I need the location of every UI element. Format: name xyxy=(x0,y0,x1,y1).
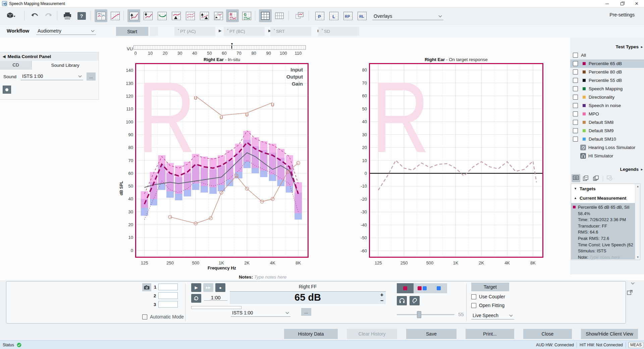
legends-scrollbar[interactable]: ▲ ▼ xyxy=(635,184,640,260)
legend-copy-button[interactable] xyxy=(582,174,590,182)
slider-thumb[interactable] xyxy=(417,311,421,318)
overlay-compare-button[interactable] xyxy=(293,9,306,22)
workflow-step-pt-ac[interactable]: *PT (AC) xyxy=(174,27,215,36)
monitor-volume-slider[interactable] xyxy=(397,314,454,315)
chart-output-down-button[interactable] xyxy=(142,9,154,22)
checkbox[interactable] xyxy=(573,111,578,116)
legend-group-current[interactable]: ▲Current Measurement xyxy=(571,193,640,203)
media-panel-header[interactable]: ◀ Media Control Panel xyxy=(0,52,99,61)
stimulus-browse-button[interactable]: ... xyxy=(301,308,311,316)
checkbox[interactable] xyxy=(573,61,578,66)
test-type-default-sm8[interactable]: Default SM8 xyxy=(570,118,644,127)
legend-gain[interactable]: Gain xyxy=(286,80,303,87)
show-hide-client-view-button[interactable]: Show/Hide Client View xyxy=(581,329,638,339)
grid-small-button[interactable] xyxy=(273,9,286,22)
chart-percentiles-button[interactable] xyxy=(184,9,197,22)
checkbox[interactable] xyxy=(471,294,476,299)
workflow-step-srt[interactable]: *SRT xyxy=(270,27,311,36)
test-type-speech-in-noise[interactable]: Speech in noise xyxy=(570,101,644,110)
level-decrease-button[interactable]: − xyxy=(380,298,383,303)
legend-input[interactable]: Input xyxy=(286,66,303,73)
loop-button[interactable] xyxy=(191,294,201,303)
checkbox[interactable] xyxy=(573,78,578,83)
hearing-loss-simulator-item[interactable]: Hearing Loss Simulator xyxy=(570,143,644,152)
left-ear-button[interactable] xyxy=(430,283,447,293)
test-type-speech-mapping[interactable]: Speech Mapping xyxy=(570,85,644,93)
play-button[interactable]: ▶ xyxy=(191,283,201,292)
chart-output-up-button[interactable] xyxy=(127,9,140,22)
tab-sound-library[interactable]: Sound Library xyxy=(32,61,99,69)
both-ears-button[interactable] xyxy=(414,283,430,293)
test-type-default-sm10[interactable]: Default SM10 xyxy=(570,135,644,143)
view-rl-button[interactable]: RL xyxy=(356,9,368,22)
checkbox[interactable] xyxy=(573,69,578,74)
print-button-footer[interactable]: Print... xyxy=(466,329,514,339)
view-p-button[interactable]: P xyxy=(313,9,326,22)
view-l-button[interactable]: L xyxy=(327,9,340,22)
test-type-default-sm9[interactable]: Default SM9 xyxy=(570,127,644,135)
stimulus-dropdown[interactable]: ISTS 1:00 xyxy=(231,309,290,317)
monitor-headphone-button[interactable] xyxy=(397,296,407,305)
snapshot-1-field[interactable] xyxy=(158,284,178,290)
print-button[interactable] xyxy=(61,9,74,22)
save-button[interactable]: Save xyxy=(406,329,457,339)
open-fitting-checkbox[interactable]: Open Fitting xyxy=(471,303,504,308)
legend-output[interactable]: Output xyxy=(286,73,303,80)
checkbox[interactable] xyxy=(573,53,578,58)
test-type-all[interactable]: All xyxy=(570,51,644,59)
test-type-percentile-55[interactable]: Percentile 55 dB xyxy=(570,76,644,85)
redo-button[interactable] xyxy=(42,9,55,22)
view-single-chart-button[interactable] xyxy=(109,9,121,22)
test-type-mpo[interactable]: MPO xyxy=(570,110,644,118)
chart-gain-button[interactable] xyxy=(156,9,168,22)
view-report-button[interactable] xyxy=(95,9,107,22)
chart-rear-button[interactable]: R xyxy=(226,9,239,22)
hi-simulator-item[interactable]: HI Simulator xyxy=(570,152,644,160)
scroll-up-icon[interactable]: ▲ xyxy=(635,184,640,189)
chart-spectrum-button[interactable] xyxy=(170,9,182,22)
talk-back-button[interactable] xyxy=(410,296,420,305)
note-placeholder[interactable]: Type notes here xyxy=(589,255,620,260)
legend-show-button[interactable] xyxy=(572,174,580,182)
target-button[interactable]: Target xyxy=(471,283,509,291)
snapshot-camera-button[interactable] xyxy=(142,283,151,291)
chart-gain-g-button[interactable]: G xyxy=(240,9,253,22)
sound-stop-button[interactable] xyxy=(3,86,11,94)
chart-combined-button[interactable] xyxy=(212,9,225,22)
history-data-button[interactable]: History Data xyxy=(284,329,338,339)
workflow-step-pt-bc[interactable]: *PT (BC) xyxy=(224,27,265,36)
test-types-header[interactable]: Test Types ▸ xyxy=(570,42,644,51)
workflow-step-sd[interactable]: *SD xyxy=(318,27,359,36)
detach-panel-icon[interactable] xyxy=(627,290,633,295)
session-menu-button[interactable] xyxy=(5,9,17,22)
checkbox[interactable] xyxy=(471,303,476,308)
timer-field[interactable]: 1:00 xyxy=(204,295,227,301)
legend-measurement-item[interactable]: Percentile 65 dB 65 dB, SII 58.4% Time: … xyxy=(571,203,636,259)
snapshot-3-field[interactable] xyxy=(158,301,178,308)
test-type-percentile-65[interactable]: Percentile 65 dB xyxy=(570,59,644,68)
sound-browse-button[interactable]: ... xyxy=(87,72,96,81)
automatic-mode-checkbox[interactable]: Automatic Mode xyxy=(142,314,184,319)
workflow-dropdown[interactable]: Audiometry xyxy=(36,27,96,35)
notes-input[interactable]: Type notes here xyxy=(254,275,287,280)
grid-large-button[interactable] xyxy=(259,9,272,22)
sound-dropdown[interactable]: ISTS 1:00 xyxy=(21,72,83,80)
view-rp-button[interactable]: RP xyxy=(341,9,354,22)
checkbox[interactable] xyxy=(142,314,147,319)
overlays-dropdown[interactable]: Overlays xyxy=(372,12,443,20)
checkbox[interactable] xyxy=(573,128,578,133)
checkbox[interactable] xyxy=(573,86,578,91)
legend-copy-all-button[interactable] xyxy=(592,174,600,182)
snapshot-2-field[interactable] xyxy=(158,292,178,299)
scroll-down-icon[interactable]: ▼ xyxy=(635,255,640,260)
panel-collapse-icon[interactable] xyxy=(631,281,635,285)
start-button[interactable]: Start xyxy=(116,27,148,36)
checkbox[interactable] xyxy=(573,95,578,100)
test-type-directionality[interactable]: Directionality xyxy=(570,93,644,101)
clear-history-button[interactable]: Clear History xyxy=(347,329,397,339)
test-type-percentile-80[interactable]: Percentile 80 dB xyxy=(570,68,644,76)
help-button[interactable]: ? xyxy=(75,9,88,22)
fast-forward-button[interactable]: ▶▶ xyxy=(203,283,213,292)
undo-button[interactable] xyxy=(28,9,41,22)
tab-cd[interactable]: CD xyxy=(0,61,32,69)
